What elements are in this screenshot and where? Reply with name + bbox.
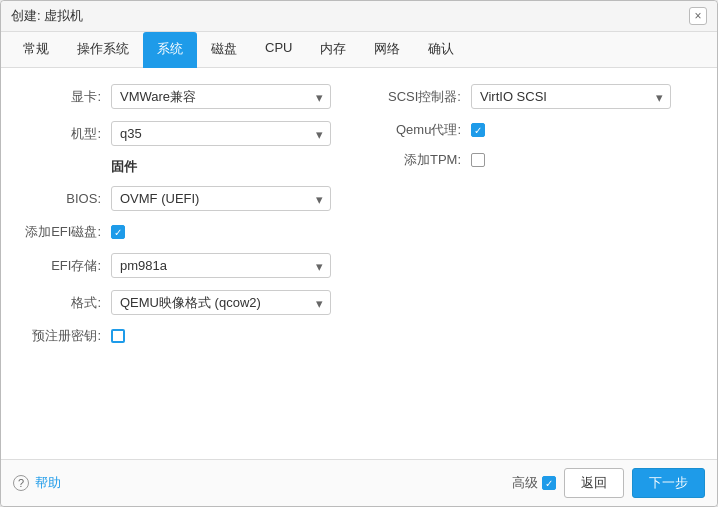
efi-storage-label: EFI存储: — [21, 257, 111, 275]
footer-left: ? 帮助 — [13, 474, 61, 492]
tab-system[interactable]: 系统 — [143, 32, 197, 68]
qemu-agent-checkbox[interactable] — [471, 123, 485, 137]
scsi-select[interactable]: VirtIO SCSI — [471, 84, 671, 109]
left-column: 显卡: VMWare兼容 机型: q35 — [21, 84, 381, 357]
tab-disk[interactable]: 磁盘 — [197, 32, 251, 68]
format-label: 格式: — [21, 294, 111, 312]
right-column: SCSI控制器: VirtIO SCSI Qemu代理: 添加TPM: — [381, 84, 697, 357]
format-row: 格式: QEMU映像格式 (qcow2) — [21, 290, 381, 315]
add-tpm-checkbox[interactable] — [471, 153, 485, 167]
bios-label: BIOS: — [21, 191, 111, 206]
scsi-select-wrapper: VirtIO SCSI — [471, 84, 671, 109]
pre-enroll-row: 预注册密钥: — [21, 327, 381, 345]
help-icon: ? — [13, 475, 29, 491]
machine-select[interactable]: q35 — [111, 121, 331, 146]
format-select[interactable]: QEMU映像格式 (qcow2) — [111, 290, 331, 315]
efi-storage-select-wrapper: pm981a — [111, 253, 331, 278]
close-button[interactable]: × — [689, 7, 707, 25]
bios-row: BIOS: OVMF (UEFI) — [21, 186, 381, 211]
advanced-checkbox[interactable] — [542, 476, 556, 490]
graphics-row: 显卡: VMWare兼容 — [21, 84, 381, 109]
content-area: 显卡: VMWare兼容 机型: q35 — [1, 68, 717, 459]
title-bar: 创建: 虚拟机 × — [1, 1, 717, 32]
machine-select-wrapper: q35 — [111, 121, 331, 146]
footer-right: 高级 返回 下一步 — [512, 468, 705, 498]
help-label[interactable]: 帮助 — [35, 474, 61, 492]
tab-os[interactable]: 操作系统 — [63, 32, 143, 68]
footer: ? 帮助 高级 返回 下一步 — [1, 459, 717, 506]
add-tpm-row: 添加TPM: — [381, 151, 697, 169]
advanced-label: 高级 — [512, 474, 538, 492]
firmware-section: 固件 — [21, 158, 381, 176]
format-select-wrapper: QEMU映像格式 (qcow2) — [111, 290, 331, 315]
pre-enroll-checkbox[interactable] — [111, 329, 125, 343]
graphics-select[interactable]: VMWare兼容 — [111, 84, 331, 109]
pre-enroll-label: 预注册密钥: — [21, 327, 111, 345]
tab-confirm[interactable]: 确认 — [414, 32, 468, 68]
bios-select[interactable]: OVMF (UEFI) — [111, 186, 331, 211]
two-column-layout: 显卡: VMWare兼容 机型: q35 — [21, 84, 697, 357]
qemu-agent-label: Qemu代理: — [381, 121, 471, 139]
efi-storage-select[interactable]: pm981a — [111, 253, 331, 278]
graphics-select-wrapper: VMWare兼容 — [111, 84, 331, 109]
qemu-agent-row: Qemu代理: — [381, 121, 697, 139]
tab-network[interactable]: 网络 — [360, 32, 414, 68]
scsi-row: SCSI控制器: VirtIO SCSI — [381, 84, 697, 109]
next-button[interactable]: 下一步 — [632, 468, 705, 498]
add-efi-disk-label: 添加EFI磁盘: — [21, 223, 111, 241]
bios-select-wrapper: OVMF (UEFI) — [111, 186, 331, 211]
machine-row: 机型: q35 — [21, 121, 381, 146]
graphics-label: 显卡: — [21, 88, 111, 106]
window-title: 创建: 虚拟机 — [11, 7, 83, 25]
main-window: 创建: 虚拟机 × 常规 操作系统 系统 磁盘 CPU 内存 网络 确认 显卡:… — [0, 0, 718, 507]
tab-bar: 常规 操作系统 系统 磁盘 CPU 内存 网络 确认 — [1, 32, 717, 68]
back-button[interactable]: 返回 — [564, 468, 624, 498]
tab-general[interactable]: 常规 — [9, 32, 63, 68]
efi-storage-row: EFI存储: pm981a — [21, 253, 381, 278]
machine-label: 机型: — [21, 125, 111, 143]
add-efi-disk-checkbox[interactable] — [111, 225, 125, 239]
firmware-heading: 固件 — [111, 158, 137, 176]
advanced-row: 高级 — [512, 474, 556, 492]
add-tpm-label: 添加TPM: — [381, 151, 471, 169]
scsi-label: SCSI控制器: — [381, 88, 471, 106]
tab-cpu[interactable]: CPU — [251, 32, 306, 68]
add-efi-disk-row: 添加EFI磁盘: — [21, 223, 381, 241]
tab-memory[interactable]: 内存 — [306, 32, 360, 68]
